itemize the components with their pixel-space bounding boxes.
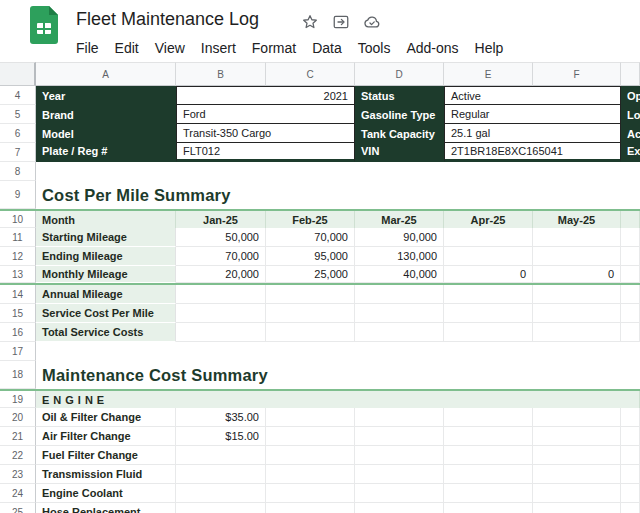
- cell-B15[interactable]: [176, 304, 266, 323]
- row-header-18[interactable]: 18: [0, 361, 36, 389]
- menu-edit[interactable]: Edit: [107, 37, 147, 59]
- section-title-row-9[interactable]: Cost Per Mile Summary: [36, 181, 640, 209]
- cell-A23[interactable]: Transmission Fluid: [36, 465, 176, 484]
- document-title[interactable]: Fleet Maintenance Log: [76, 9, 259, 30]
- cell-D23[interactable]: [355, 465, 444, 484]
- row-header-6[interactable]: 6: [0, 124, 36, 143]
- cell-F11[interactable]: [533, 228, 621, 247]
- cell-BC7[interactable]: FLT012: [176, 143, 355, 162]
- row-header-20[interactable]: 20: [0, 408, 36, 427]
- row-header-19[interactable]: 19: [0, 391, 36, 408]
- menu-insert[interactable]: Insert: [193, 37, 244, 59]
- cell-A24[interactable]: Engine Coolant: [36, 484, 176, 503]
- cell-EF7[interactable]: 2T1BR18E8XC165041: [444, 143, 621, 162]
- col-header-D[interactable]: D: [355, 62, 444, 86]
- cell-D24[interactable]: [355, 484, 444, 503]
- cell-G23[interactable]: [621, 465, 640, 484]
- cell-G21[interactable]: [621, 427, 640, 446]
- row-header-15[interactable]: 15: [0, 304, 36, 323]
- cell-A6[interactable]: Model: [36, 124, 176, 143]
- cell-G4[interactable]: Op: [621, 86, 640, 105]
- cell-D4[interactable]: Status: [355, 86, 444, 105]
- cell-F10[interactable]: May-25: [533, 211, 621, 228]
- cell-G15[interactable]: [621, 304, 640, 323]
- cell-A17[interactable]: [36, 342, 640, 361]
- row-header-7[interactable]: 7: [0, 143, 36, 162]
- cell-C16[interactable]: [266, 323, 355, 342]
- cell-BC4[interactable]: 2021: [176, 86, 355, 105]
- cell-D13[interactable]: 40,000: [355, 266, 444, 283]
- cell-A22[interactable]: Fuel Filter Change: [36, 446, 176, 465]
- cell-A8[interactable]: [36, 162, 640, 181]
- cell-D11[interactable]: 90,000: [355, 228, 444, 247]
- cell-D20[interactable]: [355, 408, 444, 427]
- cell-E25[interactable]: [444, 503, 533, 513]
- menu-help[interactable]: Help: [467, 37, 512, 59]
- cell-C14[interactable]: [266, 285, 355, 304]
- row-header-12[interactable]: 12: [0, 247, 36, 266]
- cloud-saved-icon[interactable]: [363, 13, 381, 31]
- cell-B13[interactable]: 20,000: [176, 266, 266, 283]
- cell-F20[interactable]: [533, 408, 621, 427]
- cell-E24[interactable]: [444, 484, 533, 503]
- cell-G13[interactable]: [621, 266, 640, 283]
- cell-EF6[interactable]: 25.1 gal: [444, 124, 621, 143]
- cell-EF4[interactable]: Active: [444, 86, 621, 105]
- cell-G20[interactable]: [621, 408, 640, 427]
- row-header-4[interactable]: 4: [0, 86, 36, 105]
- cell-B24[interactable]: [176, 484, 266, 503]
- cell-C22[interactable]: [266, 446, 355, 465]
- menu-view[interactable]: View: [147, 37, 193, 59]
- cell-A14[interactable]: Annual Mileage: [36, 285, 176, 304]
- cell-C15[interactable]: [266, 304, 355, 323]
- cell-E13[interactable]: 0: [444, 266, 533, 283]
- cell-C20[interactable]: [266, 408, 355, 427]
- cell-C12[interactable]: 95,000: [266, 247, 355, 266]
- cell-G5[interactable]: Loc: [621, 105, 640, 124]
- cell-A12[interactable]: Ending Mileage: [36, 247, 176, 266]
- cell-G6[interactable]: Acc: [621, 124, 640, 143]
- cell-A16[interactable]: Total Service Costs: [36, 323, 176, 342]
- cell-D16[interactable]: [355, 323, 444, 342]
- cell-F21[interactable]: [533, 427, 621, 446]
- cell-A21[interactable]: Air Filter Change: [36, 427, 176, 446]
- cell-F14[interactable]: [533, 285, 621, 304]
- cell-ALL19[interactable]: ENGINE: [36, 391, 640, 408]
- cell-A13[interactable]: Monthly Mileage: [36, 266, 176, 283]
- cell-B12[interactable]: 70,000: [176, 247, 266, 266]
- cell-D5[interactable]: Gasoline Type: [355, 105, 444, 124]
- cell-D15[interactable]: [355, 304, 444, 323]
- col-header-E[interactable]: E: [444, 62, 533, 86]
- sheets-logo-icon[interactable]: [30, 6, 58, 44]
- cell-A25[interactable]: Hose Replacement: [36, 503, 176, 513]
- row-header-10[interactable]: 10: [0, 211, 36, 228]
- cell-C25[interactable]: [266, 503, 355, 513]
- row-header-21[interactable]: 21: [0, 427, 36, 446]
- row-header-24[interactable]: 24: [0, 484, 36, 503]
- cell-D7[interactable]: VIN: [355, 143, 444, 162]
- cell-G16[interactable]: [621, 323, 640, 342]
- cell-B23[interactable]: [176, 465, 266, 484]
- menu-addons[interactable]: Add-ons: [398, 37, 466, 59]
- cell-B21[interactable]: $15.00: [176, 427, 266, 446]
- cell-F12[interactable]: [533, 247, 621, 266]
- row-header-17[interactable]: 17: [0, 342, 36, 361]
- menu-tools[interactable]: Tools: [350, 37, 399, 59]
- cell-C21[interactable]: [266, 427, 355, 446]
- row-header-9[interactable]: 9: [0, 181, 36, 209]
- cell-B14[interactable]: [176, 285, 266, 304]
- cell-A10[interactable]: Month: [36, 211, 176, 228]
- cell-F25[interactable]: [533, 503, 621, 513]
- cell-D6[interactable]: Tank Capacity: [355, 124, 444, 143]
- cell-D22[interactable]: [355, 446, 444, 465]
- cell-F23[interactable]: [533, 465, 621, 484]
- cell-G7[interactable]: Exp: [621, 143, 640, 162]
- move-to-folder-icon[interactable]: [332, 13, 350, 31]
- cell-B16[interactable]: [176, 323, 266, 342]
- cell-C10[interactable]: Feb-25: [266, 211, 355, 228]
- row-header-5[interactable]: 5: [0, 105, 36, 124]
- cell-G24[interactable]: [621, 484, 640, 503]
- cell-D12[interactable]: 130,000: [355, 247, 444, 266]
- row-header-23[interactable]: 23: [0, 465, 36, 484]
- star-icon[interactable]: [301, 13, 319, 31]
